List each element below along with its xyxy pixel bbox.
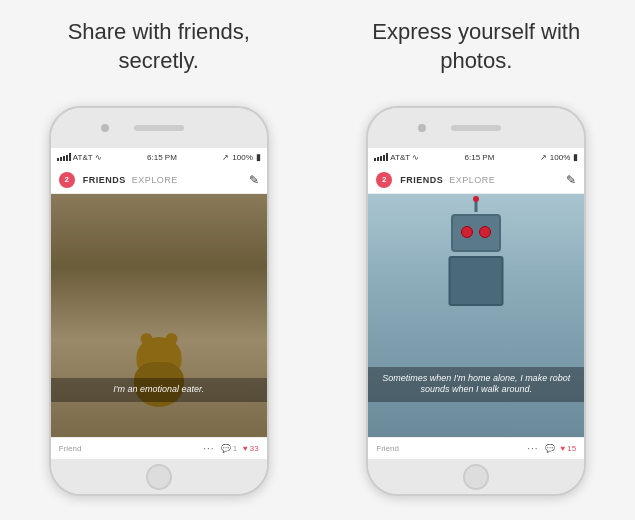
signal-icon: [57, 153, 71, 161]
compose-icon-left[interactable]: ✎: [249, 173, 259, 187]
battery-icon-right: ▮: [573, 152, 578, 162]
status-right-right: ↗ 100% ▮: [540, 152, 578, 162]
comment-bubble-icon-right: 💬: [545, 444, 555, 453]
robot-image: Sometimes when I'm home alone, I make ro…: [368, 194, 584, 437]
time-right: 6:15 PM: [465, 153, 495, 162]
speaker: [134, 125, 184, 131]
nav-badge-right: 2: [376, 172, 392, 188]
app-nav-right: 2 FRIENDS EXPLORE ✎: [368, 166, 584, 194]
heart-icon-right: ♥: [561, 444, 566, 453]
robot-head: [451, 214, 501, 252]
camera-icon-right: [418, 124, 426, 132]
caption-left: I'm an emotional eater.: [51, 378, 267, 402]
left-phone: AT&T ∿ 6:15 PM ↗ 100% ▮ 2 FRIENDS EXPLOR…: [49, 106, 269, 496]
carrier-right: AT&T: [390, 153, 410, 162]
right-panel-title: Express yourself withphotos.: [372, 18, 580, 88]
battery-right: 100%: [550, 153, 570, 162]
nav-badge-left: 2: [59, 172, 75, 188]
left-phone-screen: AT&T ∿ 6:15 PM ↗ 100% ▮ 2 FRIENDS EXPLOR…: [51, 148, 267, 459]
phone-top-right: [368, 108, 584, 148]
phone-top-left: [51, 108, 267, 148]
robot-torso: [449, 256, 504, 306]
home-button-left[interactable]: [146, 464, 172, 490]
marmot-ear-right: [165, 333, 177, 345]
caption-text-left: I'm an emotional eater.: [59, 384, 259, 396]
left-panel: Share with friends,secretly. AT&T: [0, 0, 318, 520]
heart-icon-left: ♥: [243, 444, 248, 453]
status-left-right: AT&T ∿: [374, 153, 419, 162]
comment-count-left: 1: [233, 444, 237, 453]
camera-icon: [101, 124, 109, 132]
right-phone: AT&T ∿ 6:15 PM ↗ 100% ▮ 2 FRIENDS EXPLOR…: [366, 106, 586, 496]
nav-friends-left[interactable]: FRIENDS: [83, 175, 126, 185]
content-right: Sometimes when I'm home alone, I make ro…: [368, 194, 584, 437]
right-phone-screen: AT&T ∿ 6:15 PM ↗ 100% ▮ 2 FRIENDS EXPLOR…: [368, 148, 584, 459]
author-right: Friend: [376, 444, 399, 453]
robot-antenna-ball: [473, 196, 479, 202]
battery-left: 100%: [232, 153, 252, 162]
marmot-ear-left: [140, 333, 152, 345]
content-left: I'm an emotional eater.: [51, 194, 267, 437]
robot-figure: [441, 214, 511, 314]
status-right-left: ↗ 100% ▮: [222, 152, 260, 162]
status-bar-left: AT&T ∿ 6:15 PM ↗ 100% ▮: [51, 148, 267, 166]
caption-text-right: Sometimes when I'm home alone, I make ro…: [376, 373, 576, 396]
more-icon-left[interactable]: ···: [203, 443, 214, 454]
comment-icon-left[interactable]: 💬 1: [221, 444, 237, 453]
right-panel: Express yourself withphotos. AT&T: [318, 0, 636, 520]
status-bar-right: AT&T ∿ 6:15 PM ↗ 100% ▮: [368, 148, 584, 166]
like-count-left: 33: [250, 444, 259, 453]
actions-right: ··· 💬 ♥ 15: [527, 443, 576, 454]
like-count-right: 15: [567, 444, 576, 453]
marmot-image: I'm an emotional eater.: [51, 194, 267, 437]
actions-left: ··· 💬 1 ♥ 33: [203, 443, 258, 454]
compose-icon-right[interactable]: ✎: [566, 173, 576, 187]
phone-bottom-left: [51, 459, 267, 494]
wifi-icon-right: ∿: [412, 153, 419, 162]
signal-icon-right: [374, 153, 388, 161]
caption-right: Sometimes when I'm home alone, I make ro…: [368, 367, 584, 402]
like-icon-left[interactable]: ♥ 33: [243, 444, 259, 453]
nav-explore-right[interactable]: EXPLORE: [449, 175, 495, 185]
phone-bottom-right: [368, 459, 584, 494]
arrow-icon-right: ↗: [540, 153, 547, 162]
comment-icon-right[interactable]: 💬: [545, 444, 555, 453]
nav-explore-left[interactable]: EXPLORE: [132, 175, 178, 185]
battery-icon-left: ▮: [256, 152, 261, 162]
status-left: AT&T ∿: [57, 153, 102, 162]
carrier-left: AT&T: [73, 153, 93, 162]
robot-eye-left: [461, 226, 473, 238]
author-left: Friend: [59, 444, 82, 453]
home-button-right[interactable]: [463, 464, 489, 490]
robot-eye-right: [479, 226, 491, 238]
wifi-icon-left: ∿: [95, 153, 102, 162]
bottom-bar-right: Friend ··· 💬 ♥ 15: [368, 437, 584, 459]
more-icon-right[interactable]: ···: [527, 443, 538, 454]
time-left: 6:15 PM: [147, 153, 177, 162]
bottom-bar-left: Friend ··· 💬 1 ♥ 33: [51, 437, 267, 459]
speaker-right: [451, 125, 501, 131]
arrow-icon-left: ↗: [222, 153, 229, 162]
left-panel-title: Share with friends,secretly.: [68, 18, 250, 88]
like-icon-right[interactable]: ♥ 15: [561, 444, 577, 453]
app-nav-left: 2 FRIENDS EXPLORE ✎: [51, 166, 267, 194]
comment-bubble-icon: 💬: [221, 444, 231, 453]
nav-friends-right[interactable]: FRIENDS: [400, 175, 443, 185]
